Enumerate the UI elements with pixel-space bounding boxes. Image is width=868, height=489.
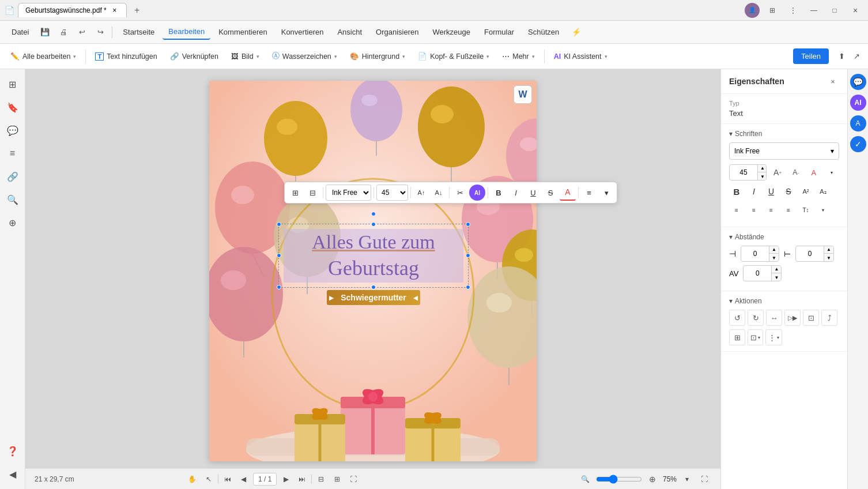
abstaende-title[interactable]: ▾ Abstände: [729, 233, 839, 241]
font-size-select[interactable]: 45: [376, 185, 408, 201]
mehr-button[interactable]: ⋯ Mehr ▾: [496, 49, 540, 63]
full-screen-button[interactable]: ⛶: [346, 472, 360, 486]
cursor-tool-button[interactable]: ↖: [202, 472, 216, 486]
tile-view-button[interactable]: ⊞: [764, 2, 780, 18]
text-line-1[interactable]: Alles Gute zum: [284, 229, 463, 255]
text-style-button[interactable]: ⊞: [287, 185, 303, 201]
file-menu[interactable]: Datei: [7, 25, 33, 39]
canvas-scroll[interactable]: ⊞ ⊟ Ink Free 45 A↑ A↓: [25, 69, 720, 468]
text-color-button[interactable]: A: [560, 185, 576, 201]
char-spacing-decrement[interactable]: ▼: [772, 273, 781, 281]
ki-assistent-button[interactable]: AI KI Assistent ▾: [548, 50, 613, 63]
strikethrough-button[interactable]: S: [542, 185, 558, 201]
sidebar-search[interactable]: 🔍: [2, 189, 23, 210]
hand-tool-button[interactable]: ✋: [186, 472, 199, 486]
edge-blue-check-icon[interactable]: ✓: [850, 136, 866, 152]
handle-tl[interactable]: [277, 222, 281, 227]
align-left-button[interactable]: ≡: [729, 202, 744, 217]
decrease-font-size-button[interactable]: A↓: [431, 185, 447, 201]
extract-action[interactable]: ⤴: [821, 310, 837, 326]
new-tab-button[interactable]: +: [129, 2, 145, 18]
align-justify-button[interactable]: ≡: [781, 202, 796, 217]
menu-kommentieren[interactable]: Kommentieren: [213, 25, 273, 39]
underline-format-button[interactable]: U: [764, 184, 779, 199]
menu-startseite[interactable]: Startseite: [117, 25, 160, 39]
increase-font-button[interactable]: A+: [770, 165, 784, 180]
align-right-button[interactable]: ≡: [764, 202, 779, 217]
rotate-handle[interactable]: [371, 212, 376, 216]
undo-button[interactable]: ↩: [75, 25, 89, 39]
text-hinzufugen-button[interactable]: T Text hinzufügen: [89, 50, 163, 63]
handle-mr[interactable]: [466, 253, 470, 258]
handle-tr[interactable]: [466, 222, 470, 227]
upload-button[interactable]: ⬆: [835, 50, 848, 63]
handle-ml[interactable]: [277, 253, 281, 258]
print-button[interactable]: 🖨: [56, 25, 70, 39]
wasserzeichen-button[interactable]: Ⓐ Wasserzeichen ▾: [266, 48, 343, 64]
fit-page-button[interactable]: ⛶: [697, 472, 711, 486]
menu-ansicht[interactable]: Ansicht: [331, 25, 368, 39]
minimize-button[interactable]: —: [806, 2, 822, 18]
crop-action[interactable]: ⊡: [803, 310, 819, 326]
kopf-fusszeile-button[interactable]: 📄 Kopf- & Fußzeile ▾: [412, 49, 495, 63]
save-button[interactable]: 💾: [38, 25, 52, 39]
zoom-in-button[interactable]: ⊕: [646, 472, 659, 486]
translate-button[interactable]: W: [514, 85, 532, 104]
frame-action[interactable]: ⊞: [729, 329, 745, 345]
align-action[interactable]: ⊡ ▾: [748, 329, 763, 345]
menu-konvertieren[interactable]: Konvertieren: [276, 25, 330, 39]
properties-close-button[interactable]: ×: [827, 75, 839, 88]
sidebar-comments[interactable]: 💬: [2, 120, 23, 141]
handle-br[interactable]: [466, 285, 470, 289]
text-direction-dropdown[interactable]: ▾: [816, 202, 831, 217]
left-spacing-increment[interactable]: ▲: [769, 246, 779, 254]
sidebar-stack[interactable]: ⊕: [2, 212, 23, 233]
more-menu-button[interactable]: ⚡: [569, 25, 583, 39]
edge-ai-icon[interactable]: AI: [850, 95, 866, 111]
right-spacing-decrement[interactable]: ▼: [824, 254, 833, 262]
next-page-button[interactable]: ▶: [279, 472, 293, 486]
user-avatar[interactable]: 👤: [745, 3, 760, 18]
ai-tool-button[interactable]: AI: [469, 185, 485, 201]
active-tab[interactable]: Geburtstagswünsche.pdf * ×: [18, 3, 127, 17]
zoom-dropdown-button[interactable]: ▾: [680, 472, 694, 486]
sidebar-nav-left[interactable]: ◀: [2, 464, 23, 484]
sidebar-help[interactable]: ❓: [2, 441, 23, 461]
zoom-out-button[interactable]: 🔍: [579, 472, 592, 486]
bild-button[interactable]: 🖼 Bild ▾: [225, 50, 265, 63]
last-page-button[interactable]: ⏭: [295, 472, 309, 486]
scissors-button[interactable]: ✂: [452, 185, 468, 201]
maximize-button[interactable]: □: [827, 2, 843, 18]
sidebar-links[interactable]: 🔗: [2, 166, 23, 187]
font-size-increment-button[interactable]: ▲: [758, 164, 767, 172]
menu-formular[interactable]: Formular: [478, 25, 520, 39]
distribute-action[interactable]: ⋮ ▾: [765, 329, 782, 345]
sidebar-page-thumbnail[interactable]: ⊞: [2, 74, 23, 95]
flip-vertical-action[interactable]: ▷▶: [784, 310, 801, 326]
font-family-select[interactable]: Ink Free: [326, 185, 371, 201]
schriften-title[interactable]: ▾ Schriften: [729, 130, 839, 138]
sidebar-layers[interactable]: ≡: [2, 143, 23, 164]
view-mode-button[interactable]: ⊟: [314, 472, 328, 486]
page-info[interactable]: 1 / 1: [253, 473, 277, 486]
prev-page-button[interactable]: ◀: [237, 472, 251, 486]
font-size-decrement-button[interactable]: ▼: [758, 172, 767, 180]
handle-bc[interactable]: [371, 285, 376, 289]
tab-close-button[interactable]: ×: [110, 6, 119, 15]
handle-tc[interactable]: [371, 222, 376, 227]
italic-format-button[interactable]: I: [746, 184, 761, 199]
alle-bearbeiten-button[interactable]: ✏️ Alle bearbeiten ▾: [5, 49, 82, 63]
underline-button[interactable]: U: [525, 185, 541, 201]
left-spacing-decrement[interactable]: ▼: [769, 254, 779, 262]
first-page-button[interactable]: ⏮: [221, 472, 235, 486]
increase-font-size-button[interactable]: A↑: [413, 185, 429, 201]
font-size-input[interactable]: [730, 168, 757, 176]
text-direction-button[interactable]: T↕: [798, 202, 813, 217]
font-family-dropdown[interactable]: Ink Free ▾: [729, 142, 839, 160]
verknupfen-button[interactable]: 🔗 Verknüpfen: [164, 49, 224, 63]
left-spacing-input[interactable]: [741, 250, 769, 258]
zoom-slider[interactable]: [596, 475, 642, 484]
hintergrund-button[interactable]: 🎨 Hintergrund ▾: [344, 49, 411, 63]
sidebar-bookmarks[interactable]: 🔖: [2, 97, 23, 118]
aktionen-title[interactable]: ▾ Aktionen: [729, 297, 839, 305]
